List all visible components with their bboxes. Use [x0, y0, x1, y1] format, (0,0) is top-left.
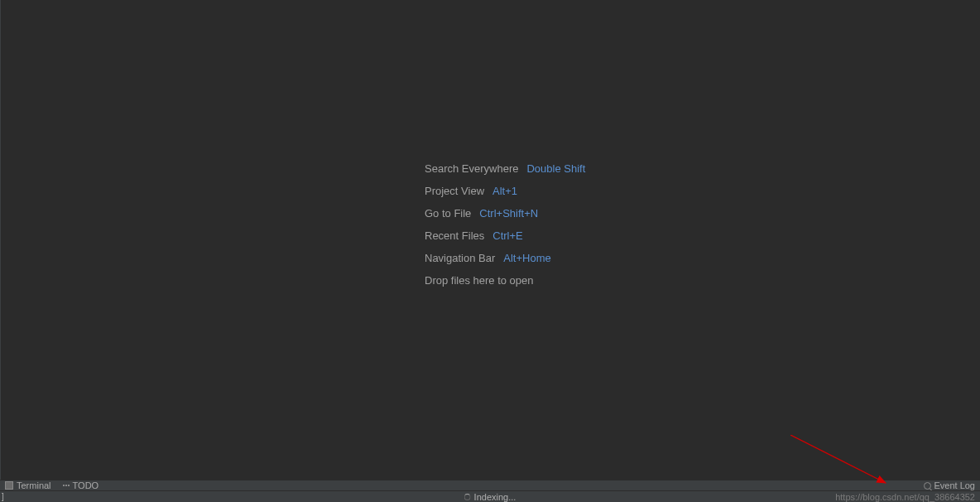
hint-go-to-file: Go to File Ctrl+Shift+N	[425, 207, 585, 220]
hint-label: Project View	[425, 185, 484, 197]
hint-search-everywhere: Search Everywhere Double Shift	[425, 162, 585, 175]
event-log-button[interactable]: Event Log	[924, 480, 975, 490]
terminal-icon	[5, 481, 13, 490]
hint-label: Search Everywhere	[425, 162, 518, 175]
status-center-text: Indexing...	[474, 492, 516, 502]
hint-shortcut: Alt+Home	[503, 252, 550, 264]
bottom-tool-window-bar: Terminal TODO Event Log	[0, 480, 980, 490]
event-log-label: Event Log	[934, 480, 975, 490]
hint-label: Recent Files	[425, 229, 484, 242]
hint-shortcut: Double Shift	[526, 162, 585, 175]
hint-label: Drop files here to open	[425, 274, 534, 287]
hint-shortcut: Ctrl+E	[492, 229, 522, 242]
spinner-icon	[464, 494, 471, 500]
hint-label: Go to File	[425, 207, 471, 220]
hint-label: Navigation Bar	[425, 252, 495, 264]
terminal-tool-button[interactable]: Terminal	[5, 480, 51, 490]
event-log-icon	[924, 482, 931, 490]
editor-empty-area[interactable]: Search Everywhere Double Shift Project V…	[0, 0, 980, 480]
hint-drop-files: Drop files here to open	[425, 274, 585, 287]
welcome-hints: Search Everywhere Double Shift Project V…	[425, 162, 585, 287]
status-bar: ] Indexing... https://blog.csdn.net/qq_3…	[0, 490, 980, 502]
hint-recent-files: Recent Files Ctrl+E	[425, 229, 585, 242]
watermark-url: https://blog.csdn.net/qq_38664352	[835, 492, 975, 502]
todo-tool-button[interactable]: TODO	[63, 480, 99, 490]
status-indexing: Indexing...	[464, 492, 516, 502]
status-left: ]	[0, 492, 4, 501]
todo-icon	[63, 485, 70, 486]
hint-navigation-bar: Navigation Bar Alt+Home	[425, 252, 585, 264]
todo-label: TODO	[73, 480, 99, 490]
hint-project-view: Project View Alt+1	[425, 185, 585, 197]
hint-shortcut: Ctrl+Shift+N	[479, 207, 538, 220]
hint-shortcut: Alt+1	[492, 185, 517, 197]
terminal-label: Terminal	[17, 480, 51, 490]
